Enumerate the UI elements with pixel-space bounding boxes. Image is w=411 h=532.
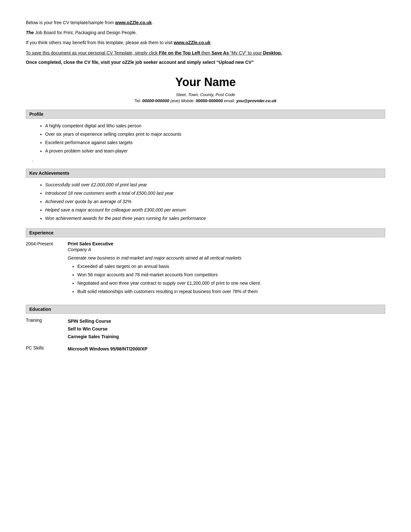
- pc-skills-line: Microsoft Windows 95/98/NT/2000/XP: [68, 345, 385, 353]
- training-line-1: SPIN Selling Course: [68, 318, 385, 325]
- key-achievements-bullets: Successfully sold over £2,000,000 of pri…: [26, 182, 385, 222]
- intro-text-pre: Below is your free CV template/sample fr…: [26, 20, 115, 25]
- save-instruction: To save this document as your personal C…: [26, 49, 385, 56]
- cv-address: Steet, Town, County, Post Code: [26, 92, 385, 97]
- intro-link-1[interactable]: www.oZZle.co.uk: [115, 20, 152, 25]
- intro-text-post: .: [152, 20, 153, 25]
- save-mid: then: [200, 50, 211, 55]
- list-item: Successfully sold over £2,000,000 of pri…: [45, 182, 385, 188]
- education-training-entry: Training SPIN Selling Course Sell to Win…: [26, 318, 385, 340]
- profile-section-header: Profile: [26, 110, 385, 119]
- save-bold-3: Desktop.: [263, 50, 282, 55]
- once-instruction: Once completed, close the CV file, visit…: [26, 59, 385, 66]
- education-section-header: Education: [26, 305, 385, 314]
- list-item: Won 56 major accounts and 78 mid-market …: [77, 271, 385, 278]
- comma-note: ,: [32, 158, 385, 162]
- education-pc-details: Microsoft Windows 95/98/NT/2000/XP: [68, 345, 385, 353]
- intro-line-3: If you think others may benefit from thi…: [26, 39, 385, 46]
- list-item: Over six years of experience selling com…: [45, 131, 385, 138]
- contact-email: you@provider.co.uk: [236, 98, 277, 103]
- list-item: Introduced 18 new customers worth a tota…: [45, 190, 385, 197]
- key-achievements-label: Kev Achievements: [29, 171, 69, 176]
- list-item: Exceeded all sales targets on an annual …: [77, 263, 385, 270]
- cv-contact: Tel: 00000-000000 (eve) Mobile: 00000-00…: [26, 98, 385, 103]
- job-description: Generate new business in mid-market and …: [68, 255, 385, 261]
- intro-line-2-rest: Job Board for Print, Packaging and Desig…: [34, 30, 137, 35]
- training-line-2: Sell to Win Course: [68, 325, 385, 333]
- contact-tel: 00000-000000: [142, 98, 169, 103]
- contact-email-label: email:: [223, 98, 236, 103]
- experience-label: Experience: [29, 230, 54, 235]
- save-bold-2: Save As: [211, 50, 229, 55]
- education-training-details: SPIN Selling Course Sell to Win Course C…: [68, 318, 385, 340]
- save-bold-1: File on the Top Left: [159, 50, 200, 55]
- list-item: A highly competent digital and litho sal…: [45, 123, 385, 129]
- experience-bullets: Exceeded all sales targets on an annual …: [68, 263, 385, 295]
- intro-line-1: Below is your free CV template/sample fr…: [26, 19, 385, 26]
- list-item: Achieved over quota by an average of 32%: [45, 198, 385, 205]
- training-line-3: Carnegie Sales Training: [68, 333, 385, 341]
- education-pc-label: PC Skills: [26, 345, 68, 353]
- intro-link-2[interactable]: www.oZZle.co.uk: [174, 40, 210, 45]
- save-rest: “My CV” to your: [229, 50, 263, 55]
- cv-name: Your Name: [26, 75, 385, 89]
- intro-line-3-pre: If you think others may benefit from thi…: [26, 40, 174, 45]
- list-item: Negotiated and won three year contract t…: [77, 280, 385, 287]
- list-item: Helped save a major account for colleagu…: [45, 207, 385, 213]
- cv-header: Your Name Steet, Town, County, Post Code…: [26, 75, 385, 103]
- education-pc-entry: PC Skills Microsoft Windows 95/98/NT/200…: [26, 345, 385, 353]
- education-label: Education: [29, 307, 51, 312]
- education-training-label: Training: [26, 318, 68, 340]
- experience-entry: 2004-Present Print Sales Executive Compa…: [26, 241, 385, 298]
- experience-section-header: Experience: [26, 228, 385, 237]
- list-item: A proven problem solver and team-player: [45, 148, 385, 154]
- contact-mobile: 00000-000000: [196, 98, 223, 103]
- list-item: Excellent performance against sales targ…: [45, 139, 385, 146]
- list-item: Built solid relationships with customers…: [77, 288, 385, 295]
- job-title: Print Sales Executive: [68, 241, 385, 246]
- contact-tel-label: Tel:: [134, 98, 142, 103]
- intro-line-2: The Job Board for Print, Packaging and D…: [26, 29, 385, 36]
- experience-details: Print Sales Executive Company A Generate…: [68, 241, 385, 298]
- key-achievements-section-header: Kev Achievements: [26, 169, 385, 178]
- intro-the: The: [26, 30, 34, 35]
- profile-label: Profile: [29, 112, 44, 117]
- list-item: Won achievement awards for the past thre…: [45, 215, 385, 222]
- experience-date: 2004-Present: [26, 241, 68, 298]
- save-pre: To save this document as your personal C…: [26, 50, 159, 55]
- profile-bullets: A highly competent digital and litho sal…: [26, 123, 385, 154]
- intro-section: Below is your free CV template/sample fr…: [26, 19, 385, 66]
- company-name: Company A: [68, 247, 385, 252]
- contact-mid1: (eve) Mobile:: [169, 98, 196, 103]
